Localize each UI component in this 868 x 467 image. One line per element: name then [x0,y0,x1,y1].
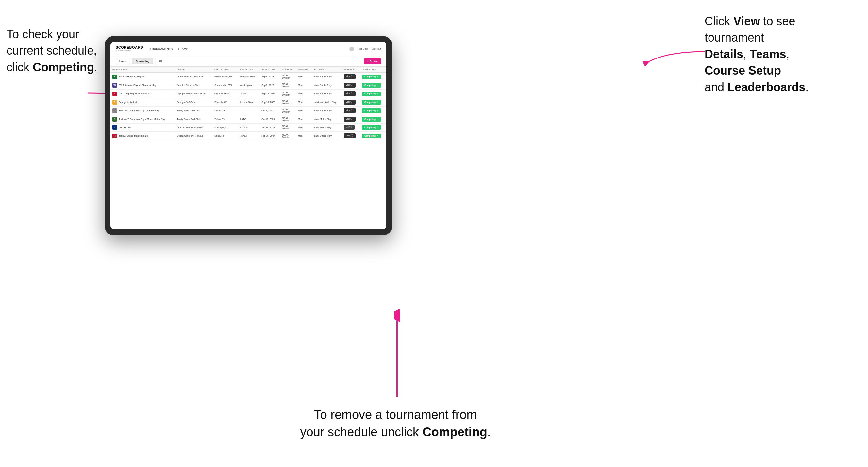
annotation-line-3: click [6,60,33,74]
gender-cell: Men [296,72,311,81]
event-name-cell: I OFCC Fighting Illini Invitational [111,90,175,98]
nav-teams[interactable]: TEAMS [178,48,188,51]
scoring-cell: team, Stroke Play [311,72,342,81]
gender-cell: Men [296,98,311,106]
city-state-cell: Sammamish, WA [212,81,238,90]
app-header: SCOREBOARD Powered by clippi TOURNAMENTS… [111,42,386,56]
ann-tr-bold3: Teams [750,48,786,61]
competing-button[interactable]: Competing [362,117,381,122]
col-event-name: EVENT NAME [111,67,175,72]
scoring-cell: team, Stroke Play [311,90,342,98]
team-logo: S [113,74,117,79]
view-button[interactable]: View ⓘ [344,83,356,88]
competing-button[interactable]: Competing [362,83,381,88]
gender-cell: Men [296,106,311,115]
table-header: EVENT NAME VENUE CITY, STATE HOSTED BY S… [111,67,386,72]
view-button[interactable]: View ⓘ [344,74,356,79]
edit-button[interactable]: ✏ Edit [344,125,354,130]
view-button[interactable]: View ⓘ [344,100,356,104]
venue-cell: Sahalee Country Club [175,81,212,90]
event-name-cell: J Jackson T. Stephens Cup – Stroke Play [111,106,175,115]
start-date-cell: Sep 4, 2023 [259,72,280,81]
division-cell: NCAADivision I [280,81,296,90]
create-button[interactable]: + Create [364,58,381,64]
venue-cell: Trinity Forest Golf Club [175,115,212,124]
competing-cell: Competing [360,81,386,90]
competing-button[interactable]: Competing [362,125,381,130]
filter-bar: Home Competing All + Create [111,56,386,67]
ann-tr-comma2: , [786,48,789,61]
competing-button[interactable]: Competing [362,92,381,96]
scoring-cell: individual, Stroke Play [311,98,342,106]
annotation-competing-bold: Competing [33,60,94,74]
start-date-cell: Sep 15, 2023 [259,90,280,98]
event-name-cell: H John A. Burns Intercollegiate [111,132,175,140]
table-row: P Papago Individual Papago Golf ClubPhoe… [111,98,386,106]
team-logo: W [113,83,117,88]
city-state-cell: Lihue, HI [212,132,238,140]
team-logo: H [113,134,117,138]
division-cell: NCAADivision I [280,72,296,81]
annotation-line-2: current schedule, [6,44,97,57]
city-state-cell: Dallas, TX [212,115,238,124]
user-name: Test User [357,48,368,50]
tournaments-table: EVENT NAME VENUE CITY, STATE HOSTED BY S… [111,67,386,140]
team-logo: I [113,92,117,96]
annotation-top-right: Click View to see tournament Details, Te… [705,13,862,95]
arrow-bottom [394,309,400,402]
division-cell: NCAADivision I [280,132,296,140]
col-venue: VENUE [175,67,212,72]
table-row: W 2023 Sahalee Players Championship Saha… [111,81,386,90]
col-gender: GENDER [296,67,311,72]
view-button[interactable]: View ⓘ [344,133,356,138]
ann-tr-bold4: Course Setup [705,64,781,77]
division-cell: NCAADivision I [280,124,296,132]
scoring-cell: team, Stroke Play [311,106,342,115]
scoring-cell: team, Stroke Play [311,81,342,90]
table-container: EVENT NAME VENUE CITY, STATE HOSTED BY S… [111,67,386,229]
division-cell: NCAADivision I [280,98,296,106]
view-button[interactable]: View ⓘ [344,91,356,96]
nav-tournaments[interactable]: TOURNAMENTS [150,48,173,51]
col-scoring: SCORING [311,67,342,72]
view-button[interactable]: View ⓘ [344,108,356,113]
annotation-top-left: To check your current schedule, click Co… [6,26,98,75]
competing-cell: Competing [360,124,386,132]
competing-cell: Competing [360,90,386,98]
competing-button[interactable]: Competing [362,74,381,79]
hosted-by-cell: Arizona State [238,98,259,106]
venue-cell: Ak-Chin Southern Dunes [175,124,212,132]
event-name: OFCC Fighting Illini Invitational [119,92,150,95]
event-name-cell: W 2023 Sahalee Players Championship [111,81,175,90]
hosted-by-cell: Hawaii [238,132,259,140]
annotation-line-1: To check your [6,27,79,41]
scoring-cell: team, Stroke Play [311,132,342,140]
city-state-cell: Phoenix, AZ [212,98,238,106]
competing-button[interactable]: Competing [362,134,381,138]
event-name: John A. Burns Intercollegiate [119,135,148,137]
annotation-bottom: To remove a tournament from your schedul… [248,406,542,441]
team-logo: A [113,125,117,130]
col-actions: ACTIONS [342,67,360,72]
gender-cell: Men [296,132,311,140]
col-competing: COMPETING [360,67,386,72]
table-row: H John A. Burns Intercollegiate Ocean Co… [111,132,386,140]
city-state-cell: Maricopa, AZ [212,124,238,132]
sign-out-link[interactable]: Sign out [372,48,381,50]
col-hosted-by: HOSTED BY [238,67,259,72]
all-filter-button[interactable]: All [155,58,165,64]
venue-cell: Ocean Course At Hokuala [175,132,212,140]
scoring-cell: team, Match Play [311,124,342,132]
division-cell: NCAADivision I [280,90,296,98]
competing-cell: Competing [360,106,386,115]
event-name-cell: P Papago Individual [111,98,175,106]
competing-button[interactable]: Competing [362,100,381,104]
competing-filter-button[interactable]: Competing [132,58,153,64]
gender-cell: Men [296,90,311,98]
start-date-cell: Sep 9, 2023 [259,81,280,90]
view-button[interactable]: View ⓘ [344,117,356,122]
home-filter-button[interactable]: Home [116,58,130,64]
event-name-cell: A Copper Cup [111,124,175,132]
competing-button[interactable]: Competing [362,108,381,113]
table-body: S Folds of Honor Collegiate American Dun… [111,72,386,140]
